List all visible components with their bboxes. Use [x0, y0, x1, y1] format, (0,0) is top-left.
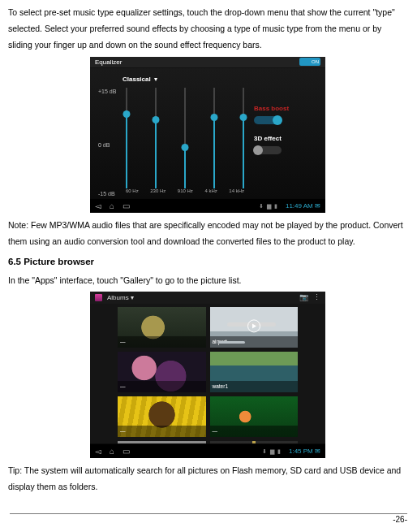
section-heading: 6.5 Picture browser — [8, 253, 407, 271]
eq-slider-2[interactable] — [155, 88, 157, 188]
album-thumb[interactable]: airport — [210, 307, 299, 348]
three-d-toggle[interactable] — [254, 146, 282, 154]
equalizer-preset-dropdown[interactable]: Classical ▾ — [123, 73, 317, 85]
camera-icon[interactable]: 📷 — [299, 291, 307, 305]
album-thumb[interactable]: — — [118, 307, 206, 348]
back-icon[interactable]: ◅ — [95, 443, 101, 459]
status-icons: ⬇ ▆ ▮ — [259, 201, 277, 211]
thumb-caption: — — [118, 336, 206, 348]
album-thumb[interactable]: — — [118, 396, 206, 437]
page-number: -26- — [393, 512, 407, 527]
status-clock: 11:49 AM ✉ — [286, 200, 320, 212]
scale-bot: -15 dB — [98, 188, 115, 199]
thumb-caption: airport — [210, 336, 299, 348]
album-thumb[interactable]: water1 — [210, 352, 299, 392]
bass-boost-label: Bass boost — [254, 102, 319, 115]
equalizer-sliders — [126, 88, 244, 188]
freq-label: 910 Hz — [178, 187, 193, 196]
home-icon[interactable]: ⌂ — [110, 443, 114, 459]
equalizer-screenshot: Equalizer ON Classical ▾ +15 dB 0 dB -15… — [8, 57, 407, 213]
equalizer-topbar: Equalizer ON — [90, 57, 325, 68]
equalizer-title: Equalizer — [95, 56, 299, 68]
freq-label: 60 Hz — [126, 187, 139, 196]
recent-icon[interactable]: ▭ — [123, 443, 130, 459]
recent-icon[interactable]: ▭ — [123, 198, 130, 214]
chevron-down-icon: ▾ — [154, 73, 157, 85]
eq-slider-5[interactable] — [243, 88, 244, 188]
equalizer-preset-label: Classical — [123, 73, 151, 85]
thumb-caption: — — [118, 381, 206, 392]
scale-mid: 0 dB — [98, 140, 110, 150]
back-icon[interactable]: ◅ — [95, 198, 101, 214]
nav-bar: ◅ ⌂ ▭ ⬇ ▆ ▮ 11:49 AM ✉ — [90, 198, 325, 213]
battery-icon: ▮ — [274, 201, 277, 211]
tip-paragraph: Tip: The system will automatically searc… — [8, 463, 407, 495]
freq-label: 4 kHz — [204, 187, 217, 196]
home-icon[interactable]: ⌂ — [110, 198, 114, 214]
gallery-title[interactable]: Albums ▾ — [107, 292, 294, 304]
eq-freq-row: 60 Hz 230 Hz 910 Hz 4 kHz 14 kHz — [126, 187, 244, 196]
album-thumb[interactable]: — — [118, 352, 206, 392]
freq-label: 230 Hz — [150, 187, 166, 196]
eq-slider-3[interactable] — [184, 88, 186, 188]
gallery-grid: — airport — water1 — — Screenshot sunny … — [90, 304, 325, 443]
footer-rule — [10, 513, 407, 514]
download-icon: ⬇ — [262, 446, 267, 456]
three-d-label: 3D effect — [254, 132, 319, 145]
status-icons: ⬇ ▆ ▮ — [262, 446, 281, 456]
equalizer-toggle-label: ON — [312, 58, 319, 67]
status-clock: 1:45 PM ✉ — [289, 445, 320, 457]
note-paragraph: Note: Few MP3/WMA audio files that are s… — [8, 218, 407, 250]
album-thumb[interactable]: — — [210, 396, 299, 437]
album-thumb[interactable]: Screenshot — [118, 441, 206, 443]
three-d-row: 3D effect — [254, 132, 319, 154]
thumb-caption: — — [210, 426, 299, 437]
intro-paragraph: To select pre-set music type equalizer s… — [8, 5, 407, 54]
nav-bar: ◅ ⌂ ▭ ⬇ ▆ ▮ 1:45 PM ✉ — [90, 443, 325, 458]
album-thumb[interactable]: sunny day — [210, 441, 299, 443]
battery-icon: ▮ — [277, 446, 281, 456]
eq-slider-1[interactable] — [126, 88, 127, 188]
bass-boost-toggle[interactable] — [254, 116, 282, 124]
thumb-caption: — — [118, 426, 206, 437]
gallery-icon — [95, 294, 102, 301]
play-icon — [247, 320, 260, 333]
download-icon: ⬇ — [259, 201, 264, 211]
wifi-icon: ▆ — [270, 446, 274, 456]
section-paragraph: In the "Apps" interface, touch "Gallery"… — [8, 273, 407, 289]
eq-slider-4[interactable] — [213, 88, 215, 188]
overflow-icon[interactable]: ⋮ — [312, 291, 320, 305]
gallery-topbar: Albums ▾ 📷 ⋮ — [90, 292, 325, 304]
wifi-icon: ▆ — [267, 201, 271, 211]
freq-label: 14 kHz — [229, 187, 244, 196]
bass-boost-row: Bass boost — [254, 102, 319, 124]
equalizer-master-toggle[interactable]: ON — [299, 58, 320, 66]
gallery-screenshot: Albums ▾ 📷 ⋮ — airport — water1 — — Scre… — [8, 292, 407, 458]
thumb-caption: water1 — [210, 381, 299, 392]
scale-top: +15 dB — [98, 86, 116, 97]
